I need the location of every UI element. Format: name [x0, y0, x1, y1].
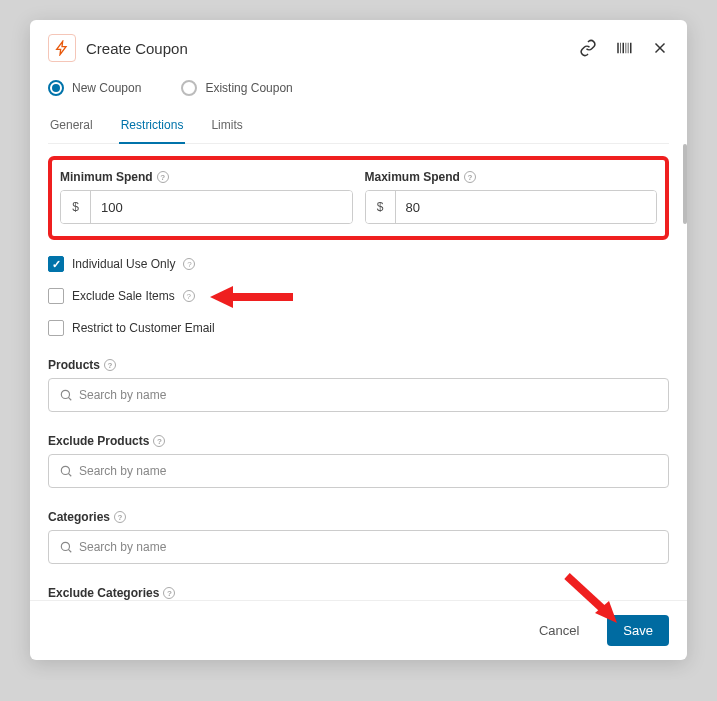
svg-line-11 [68, 473, 71, 476]
currency-prefix: $ [61, 191, 91, 223]
products-label: Products ? [48, 358, 669, 372]
exclude-sale-checkbox[interactable] [48, 288, 64, 304]
max-spend-label: Maximum Spend ? [365, 170, 658, 184]
max-spend-input[interactable] [396, 191, 657, 223]
individual-use-checkbox[interactable] [48, 256, 64, 272]
radio-existing-coupon[interactable]: Existing Coupon [181, 80, 292, 96]
svg-rect-3 [626, 43, 627, 54]
exclude-sale-row: Exclude Sale Items ? [48, 288, 669, 304]
svg-point-12 [61, 542, 69, 550]
tab-limits[interactable]: Limits [209, 110, 244, 144]
max-spend-field: Maximum Spend ? $ [365, 170, 658, 224]
exclude-products-label: Exclude Products ? [48, 434, 669, 448]
coupon-type-row: New Coupon Existing Coupon [48, 80, 669, 96]
radio-new-coupon[interactable]: New Coupon [48, 80, 141, 96]
help-icon[interactable]: ? [183, 258, 195, 270]
help-icon[interactable]: ? [114, 511, 126, 523]
tab-general[interactable]: General [48, 110, 95, 144]
svg-rect-0 [617, 43, 619, 54]
search-icon [59, 388, 73, 402]
svg-line-9 [68, 397, 71, 400]
restrict-email-label: Restrict to Customer Email [72, 321, 215, 335]
max-spend-input-group: $ [365, 190, 658, 224]
arrow-annotation-icon [208, 282, 298, 312]
save-button[interactable]: Save [607, 615, 669, 646]
modal-footer: Cancel Save [30, 600, 687, 660]
barcode-icon[interactable] [615, 39, 633, 57]
products-search[interactable] [48, 378, 669, 412]
categories-search[interactable] [48, 530, 669, 564]
tabs-row: General Restrictions Limits [48, 110, 669, 144]
search-icon [59, 540, 73, 554]
close-icon[interactable] [651, 39, 669, 57]
min-spend-label: Minimum Spend ? [60, 170, 353, 184]
radio-unselected-icon [181, 80, 197, 96]
svg-rect-4 [628, 43, 629, 54]
individual-use-label: Individual Use Only [72, 257, 175, 271]
exclude-products-search-input[interactable] [79, 464, 658, 478]
categories-search-input[interactable] [79, 540, 658, 554]
svg-rect-1 [620, 43, 621, 54]
restrict-email-row: Restrict to Customer Email [48, 320, 669, 336]
svg-rect-5 [630, 43, 632, 54]
help-icon[interactable]: ? [163, 587, 175, 599]
radio-new-label: New Coupon [72, 81, 141, 95]
min-spend-field: Minimum Spend ? $ [60, 170, 353, 224]
currency-prefix: $ [366, 191, 396, 223]
exclude-sale-label: Exclude Sale Items [72, 289, 175, 303]
min-spend-input[interactable] [91, 191, 352, 223]
exclude-categories-label: Exclude Categories ? [48, 586, 669, 600]
svg-line-13 [68, 549, 71, 552]
header-actions [579, 39, 669, 57]
create-coupon-modal: Create Coupon New Coupon Existing Coupon [30, 20, 687, 660]
help-icon[interactable]: ? [153, 435, 165, 447]
tab-restrictions[interactable]: Restrictions [119, 110, 186, 144]
spend-highlight-box: Minimum Spend ? $ Maximum Spend ? $ [48, 156, 669, 240]
lightning-icon [48, 34, 76, 62]
help-icon[interactable]: ? [157, 171, 169, 183]
svg-rect-2 [623, 43, 625, 54]
link-icon[interactable] [579, 39, 597, 57]
restrict-email-checkbox[interactable] [48, 320, 64, 336]
svg-point-10 [61, 466, 69, 474]
modal-body: New Coupon Existing Coupon General Restr… [30, 72, 687, 600]
radio-existing-label: Existing Coupon [205, 81, 292, 95]
cancel-button[interactable]: Cancel [523, 615, 595, 646]
individual-use-row: Individual Use Only ? [48, 256, 669, 272]
scroll-indicator[interactable] [683, 144, 687, 224]
modal-header: Create Coupon [30, 20, 687, 72]
categories-label: Categories ? [48, 510, 669, 524]
modal-title: Create Coupon [86, 40, 579, 57]
help-icon[interactable]: ? [183, 290, 195, 302]
svg-point-8 [61, 390, 69, 398]
radio-selected-icon [48, 80, 64, 96]
search-icon [59, 464, 73, 478]
products-search-input[interactable] [79, 388, 658, 402]
min-spend-input-group: $ [60, 190, 353, 224]
exclude-products-search[interactable] [48, 454, 669, 488]
help-icon[interactable]: ? [104, 359, 116, 371]
help-icon[interactable]: ? [464, 171, 476, 183]
